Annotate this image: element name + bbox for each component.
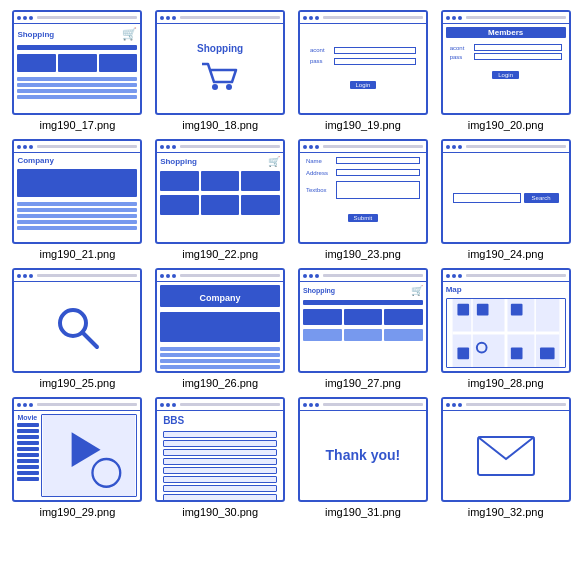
svg-rect-14	[540, 348, 555, 360]
pass-input-20[interactable]	[474, 53, 562, 60]
cell-27: Shopping 🛒 img190_27.png	[296, 268, 431, 389]
svg-line-3	[83, 333, 97, 347]
filename-29: img190_29.png	[39, 506, 115, 518]
thumbnail-21[interactable]: Company	[12, 139, 142, 244]
filename-30: img190_30.png	[182, 506, 258, 518]
thumbnail-28[interactable]: Map	[441, 268, 571, 373]
cell-29: Movie	[10, 397, 145, 518]
thumbnail-17[interactable]: Shopping 🛒	[12, 10, 142, 115]
cell-32: img190_32.png	[438, 397, 573, 518]
thumbnail-23[interactable]: Name Address Textbox Submit	[298, 139, 428, 244]
pass-input-19[interactable]	[334, 58, 416, 65]
search-icon-25	[53, 303, 101, 351]
cell-26: Company img190_26.png	[153, 268, 288, 389]
filename-19: img190_19.png	[325, 119, 401, 131]
pass-label-20: pass	[450, 54, 472, 60]
login-button-19[interactable]: Login	[350, 81, 377, 89]
filename-20: img190_20.png	[468, 119, 544, 131]
account-label-19: acont	[310, 47, 332, 53]
cell-25: img190_25.png	[10, 268, 145, 389]
svg-point-1	[226, 84, 232, 90]
filename-17: img190_17.png	[39, 119, 115, 131]
thumbnail-25[interactable]	[12, 268, 142, 373]
filename-22: img190_22.png	[182, 248, 258, 260]
submit-button-23[interactable]: Submit	[348, 214, 379, 222]
thumbnail-32[interactable]	[441, 397, 571, 502]
movie-label-29: Movie	[17, 414, 39, 421]
thumbnail-29[interactable]: Movie	[12, 397, 142, 502]
shopping-label-27: Shopping	[303, 287, 335, 294]
cell-17: Shopping 🛒 img190_17.png	[10, 10, 145, 131]
cell-30: BBS img190_30.png	[153, 397, 288, 518]
textbox-input-23[interactable]	[336, 181, 420, 199]
thumbnail-31[interactable]: Thank you!	[298, 397, 428, 502]
map-svg-28	[447, 299, 565, 367]
filename-24: img190_24.png	[468, 248, 544, 260]
svg-rect-9	[457, 304, 469, 316]
filename-21: img190_21.png	[39, 248, 115, 260]
filename-23: img190_23.png	[325, 248, 401, 260]
filename-25: img190_25.png	[39, 377, 115, 389]
label-shopping-18: Shopping	[197, 43, 243, 54]
search-input-24[interactable]	[453, 193, 521, 203]
cell-22: Shopping 🛒 img190_22.png	[153, 139, 288, 260]
cart-icon-27: 🛒	[411, 285, 423, 296]
thumbnail-27[interactable]: Shopping 🛒	[298, 268, 428, 373]
members-header-20: Members	[446, 27, 566, 38]
cell-24: Search img190_24.png	[438, 139, 573, 260]
address-input-23[interactable]	[336, 169, 420, 176]
filename-28: img190_28.png	[468, 377, 544, 389]
filename-32: img190_32.png	[468, 506, 544, 518]
thumbnail-26[interactable]: Company	[155, 268, 285, 373]
shopping-label-22: Shopping	[160, 157, 197, 166]
svg-rect-10	[476, 304, 488, 316]
name-input-23[interactable]	[336, 157, 420, 164]
thumbnail-24[interactable]: Search	[441, 139, 571, 244]
cart-icon-17: 🛒	[122, 27, 137, 41]
svg-rect-13	[510, 348, 522, 360]
account-input-19[interactable]	[334, 47, 416, 54]
thumbnail-18[interactable]: Shopping	[155, 10, 285, 115]
cell-20: Members acont pass Login img190_20.png	[438, 10, 573, 131]
cell-23: Name Address Textbox Submit img190_23.pn…	[296, 139, 431, 260]
filename-27: img190_27.png	[325, 377, 401, 389]
cell-19: acont pass Login img190_19.png	[296, 10, 431, 131]
svg-rect-11	[510, 304, 522, 316]
cell-21: Company img190_21.png	[10, 139, 145, 260]
company-label-26: Company	[200, 293, 241, 303]
bbs-label-30: BBS	[163, 415, 277, 426]
filename-26: img190_26.png	[182, 377, 258, 389]
thankyou-text-31: Thank you!	[326, 447, 401, 464]
cart-svg-18	[200, 62, 240, 94]
thumbnail-20[interactable]: Members acont pass Login	[441, 10, 571, 115]
acont-input-20[interactable]	[474, 44, 562, 51]
search-button-24[interactable]: Search	[524, 193, 559, 203]
acont-label-20: acont	[450, 45, 472, 51]
map-label-28: Map	[446, 285, 566, 294]
svg-point-0	[212, 84, 218, 90]
cell-28: Map	[438, 268, 573, 389]
filename-18: img190_18.png	[182, 119, 258, 131]
login-button-20[interactable]: Login	[492, 71, 519, 79]
image-grid: Shopping 🛒 img190_17.png	[10, 10, 573, 518]
address-label-23: Address	[306, 170, 334, 176]
cell-18: Shopping img190_18.png	[153, 10, 288, 131]
thumbnail-22[interactable]: Shopping 🛒	[155, 139, 285, 244]
textbox-label-23: Textbox	[306, 187, 334, 193]
svg-rect-12	[457, 348, 469, 360]
movie-svg-29	[42, 415, 136, 496]
label-shopping-17: Shopping	[17, 30, 54, 39]
email-icon-32	[476, 435, 536, 477]
thumbnail-19[interactable]: acont pass Login	[298, 10, 428, 115]
cell-31: Thank you! img190_31.png	[296, 397, 431, 518]
pass-label-19: pass	[310, 58, 332, 64]
thumbnail-30[interactable]: BBS	[155, 397, 285, 502]
company-label-21: Company	[17, 156, 137, 165]
filename-31: img190_31.png	[325, 506, 401, 518]
name-label-23: Name	[306, 158, 334, 164]
cart-icon-22: 🛒	[268, 156, 280, 167]
